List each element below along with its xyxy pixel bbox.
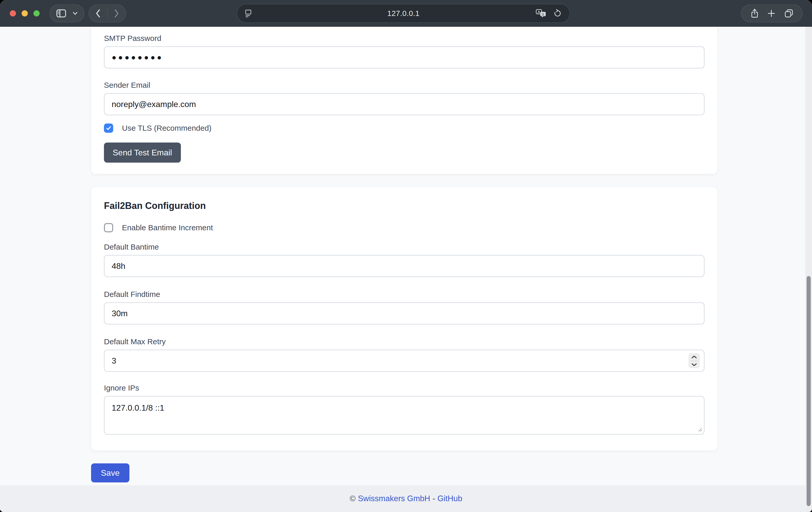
tab-overview-icon[interactable] (784, 9, 793, 18)
sender-email-label: Sender Email (104, 81, 704, 89)
zoom-window-button[interactable] (33, 10, 40, 17)
copyright-symbol: © (350, 494, 355, 503)
send-test-email-button[interactable]: Send Test Email (104, 143, 181, 163)
page-menu-icon[interactable] (245, 9, 252, 18)
default-bantime-input[interactable] (104, 255, 704, 277)
page-viewport: SMTP Password Sender Email Use TLS (Reco… (0, 27, 812, 512)
share-icon[interactable] (751, 8, 759, 19)
minimize-window-button[interactable] (22, 10, 28, 17)
use-tls-checkbox[interactable] (104, 123, 113, 133)
enable-bantime-row: Enable Bantime Increment (104, 223, 704, 232)
nav-divider (107, 8, 108, 18)
footer-separator: - (433, 494, 435, 503)
url-text[interactable]: 127.0.0.1 (237, 9, 570, 18)
fail2ban-config-card: Fail2Ban Configuration Enable Bantime In… (91, 187, 717, 451)
smtp-password-label: SMTP Password (104, 34, 704, 43)
enable-bantime-label: Enable Bantime Increment (122, 223, 213, 232)
fail2ban-title: Fail2Ban Configuration (104, 200, 704, 211)
smtp-password-input[interactable] (104, 46, 704, 68)
scrollbar-thumb[interactable] (807, 276, 811, 506)
browser-toolbar: 127.0.0.1 A 文 (0, 0, 812, 27)
navigation-button-group (88, 4, 126, 22)
ignore-ips-label: Ignore IPs (104, 383, 704, 392)
reload-icon[interactable] (553, 9, 562, 18)
enable-bantime-checkbox[interactable] (104, 223, 113, 232)
window-action-group (741, 4, 803, 22)
number-stepper[interactable] (689, 353, 700, 368)
scrollbar-track (805, 27, 812, 512)
browser-window: 127.0.0.1 A 文 (0, 0, 812, 512)
chevron-down-icon[interactable] (72, 11, 78, 15)
stepper-down-icon (691, 363, 697, 366)
default-max-retry-label: Default Max Retry (104, 337, 704, 346)
back-icon[interactable] (95, 9, 101, 18)
ignore-ips-textarea[interactable]: 127.0.0.1/8 ::1 (104, 396, 704, 434)
forward-icon[interactable] (114, 9, 119, 18)
sidebar-button-group (49, 4, 84, 22)
github-link[interactable]: GitHub (437, 494, 462, 503)
sender-email-input[interactable] (104, 93, 704, 115)
svg-text:A: A (538, 10, 540, 14)
default-findtime-input[interactable] (104, 302, 704, 324)
default-bantime-label: Default Bantime (104, 243, 704, 251)
save-button[interactable]: Save (91, 463, 129, 482)
address-bar[interactable]: 127.0.0.1 A 文 (237, 4, 570, 23)
company-link[interactable]: Swissmakers GmbH (358, 494, 430, 503)
sidebar-icon[interactable] (56, 9, 66, 18)
resize-handle-icon[interactable] (698, 427, 702, 433)
check-icon (106, 125, 112, 131)
use-tls-label: Use TLS (Recommended) (122, 124, 211, 133)
use-tls-row: Use TLS (Recommended) (104, 123, 704, 133)
smtp-settings-card: SMTP Password Sender Email Use TLS (Reco… (91, 27, 717, 174)
close-window-button[interactable] (10, 10, 16, 17)
default-max-retry-input[interactable] (104, 350, 704, 372)
stepper-up-icon (691, 355, 697, 359)
svg-text:文: 文 (542, 12, 545, 16)
new-tab-icon[interactable] (767, 9, 775, 17)
translate-icon[interactable]: A 文 (536, 9, 547, 18)
page-footer: © Swissmakers GmbH - GitHub (0, 485, 812, 512)
default-findtime-label: Default Findtime (104, 290, 704, 299)
